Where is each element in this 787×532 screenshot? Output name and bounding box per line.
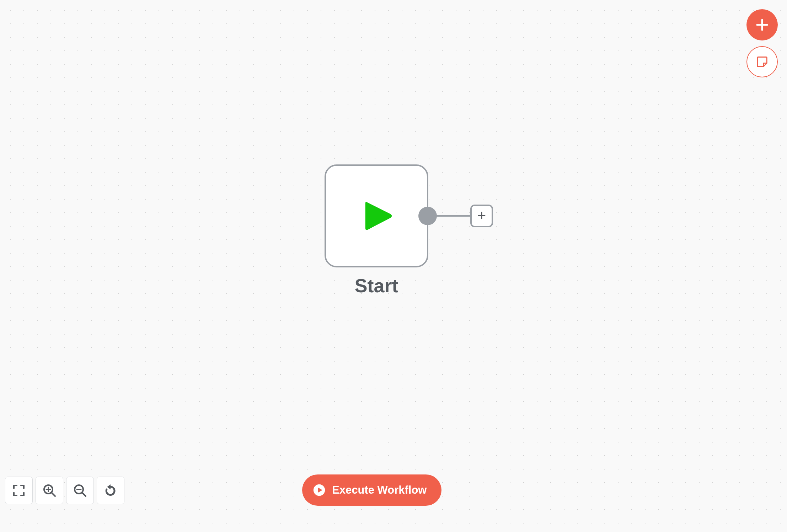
svg-line-7 — [82, 493, 86, 496]
fullscreen-icon — [12, 483, 26, 498]
workflow-node: Start — [325, 164, 428, 297]
node-label: Start — [325, 275, 428, 297]
sticky-note-button[interactable] — [746, 46, 778, 77]
play-icon — [355, 195, 398, 237]
fab-column — [746, 9, 778, 77]
plus-icon — [755, 18, 769, 32]
zoom-in-icon — [42, 483, 57, 498]
output-port[interactable] — [418, 207, 437, 225]
zoom-toolbar — [5, 477, 124, 504]
zoom-fit-button[interactable] — [5, 477, 33, 504]
execute-workflow-label: Execute Workflow — [332, 484, 427, 496]
add-node-button[interactable] — [470, 205, 493, 227]
start-node[interactable] — [325, 164, 428, 267]
undo-icon — [103, 483, 118, 498]
svg-line-3 — [52, 493, 55, 496]
zoom-out-button[interactable] — [66, 477, 94, 504]
reset-zoom-button[interactable] — [97, 477, 124, 504]
zoom-in-button[interactable] — [36, 477, 63, 504]
play-circle-icon — [313, 484, 326, 496]
sticky-note-icon — [755, 55, 769, 69]
add-button[interactable] — [746, 9, 778, 40]
execute-workflow-button[interactable]: Execute Workflow — [302, 474, 441, 506]
zoom-out-icon — [73, 483, 87, 498]
